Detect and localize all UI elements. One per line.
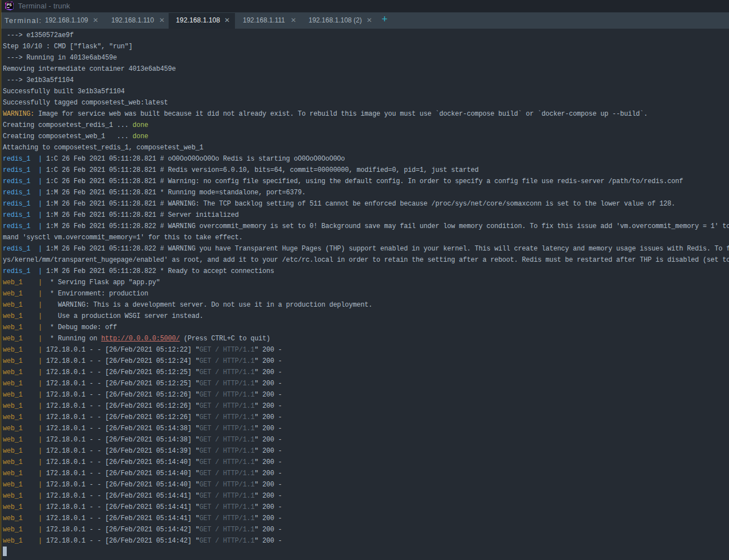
svg-text:PS: PS [7,3,12,7]
